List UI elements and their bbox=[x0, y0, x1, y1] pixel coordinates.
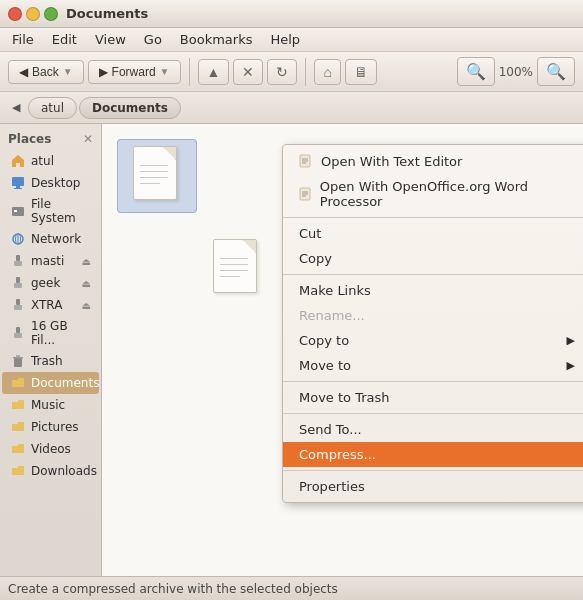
computer-button[interactable]: 🖥 bbox=[345, 59, 377, 85]
svg-rect-18 bbox=[16, 355, 20, 357]
breadcrumb: atul Documents bbox=[28, 97, 181, 119]
ctx-separator-sep1 bbox=[283, 217, 583, 218]
sidebar-item-pictures[interactable]: Pictures bbox=[2, 416, 99, 438]
titlebar: Documents bbox=[0, 0, 583, 28]
zoom-in-button[interactable]: 🔍 bbox=[537, 57, 575, 86]
sidebar-item-xtra[interactable]: XTRA ⏏ bbox=[2, 294, 99, 316]
svg-rect-3 bbox=[12, 207, 24, 216]
svg-rect-0 bbox=[12, 177, 24, 186]
sidebar-item-music[interactable]: Music bbox=[2, 394, 99, 416]
usb-masti-icon bbox=[10, 253, 26, 269]
home-icon: ⌂ bbox=[323, 64, 331, 80]
sidebar-label-geek: geek bbox=[31, 276, 60, 290]
menu-item-view[interactable]: View bbox=[87, 30, 134, 49]
ctx-label-copy-to: Copy to bbox=[299, 333, 349, 348]
menu-item-go[interactable]: Go bbox=[136, 30, 170, 49]
status-text: Create a compressed archive with the sel… bbox=[8, 582, 338, 596]
ctx-item-properties[interactable]: Properties bbox=[283, 474, 583, 499]
home-icon bbox=[10, 153, 26, 169]
sidebar-label-desktop: Desktop bbox=[31, 176, 81, 190]
ctx-separator-sep5 bbox=[283, 470, 583, 471]
forward-label: Forward bbox=[112, 65, 156, 79]
ctx-item-copy-to[interactable]: Copy to▶ bbox=[283, 328, 583, 353]
sidebar-label-music: Music bbox=[31, 398, 65, 412]
sidebar-item-16gb[interactable]: 16 GB Fil... bbox=[2, 316, 99, 350]
svg-rect-8 bbox=[16, 255, 20, 261]
up-icon: ▲ bbox=[207, 64, 221, 80]
file-area: Open With Text EditorOpen With OpenOffic… bbox=[102, 124, 583, 576]
desktop-icon bbox=[10, 175, 26, 191]
ctx-label-open-text: Open With Text Editor bbox=[321, 154, 462, 169]
reload-button[interactable]: ↻ bbox=[267, 59, 297, 85]
sidebar-item-downloads[interactable]: Downloads bbox=[2, 460, 99, 482]
ctx-label-make-links: Make Links bbox=[299, 283, 371, 298]
sidebar-item-trash[interactable]: Trash bbox=[2, 350, 99, 372]
close-button[interactable] bbox=[8, 7, 22, 21]
usb-xtra-icon bbox=[10, 297, 26, 313]
filesystem-icon bbox=[10, 203, 26, 219]
sidebar-item-geek[interactable]: geek ⏏ bbox=[2, 272, 99, 294]
sidebar-close-icon[interactable]: ✕ bbox=[83, 132, 93, 146]
file-icon-3 bbox=[213, 239, 261, 295]
eject-masti-icon[interactable]: ⏏ bbox=[82, 256, 91, 267]
sidebar-label-xtra: XTRA bbox=[31, 298, 62, 312]
ctx-item-copy[interactable]: Copy bbox=[283, 246, 583, 271]
maximize-button[interactable] bbox=[44, 7, 58, 21]
ctx-item-cut[interactable]: Cut bbox=[283, 221, 583, 246]
ctx-label-properties: Properties bbox=[299, 479, 365, 494]
ctx-item-open-text[interactable]: Open With Text Editor bbox=[283, 148, 583, 174]
sidebar-item-atul[interactable]: atul bbox=[2, 150, 99, 172]
menu-item-bookmarks[interactable]: Bookmarks bbox=[172, 30, 261, 49]
places-label: Places bbox=[8, 132, 51, 146]
eject-geek-icon[interactable]: ⏏ bbox=[82, 278, 91, 289]
minimize-button[interactable] bbox=[26, 7, 40, 21]
file-item-1[interactable] bbox=[117, 139, 197, 213]
ctx-arrow-move-to: ▶ bbox=[567, 359, 575, 372]
sidebar-item-masti[interactable]: masti ⏏ bbox=[2, 250, 99, 272]
menu-item-help[interactable]: Help bbox=[262, 30, 308, 49]
svg-rect-15 bbox=[14, 333, 22, 338]
menu-item-file[interactable]: File bbox=[4, 30, 42, 49]
svg-rect-14 bbox=[16, 327, 20, 333]
window-controls bbox=[8, 7, 58, 21]
ctx-item-make-links[interactable]: Make Links bbox=[283, 278, 583, 303]
menu-item-edit[interactable]: Edit bbox=[44, 30, 85, 49]
folder-documents-icon bbox=[10, 375, 26, 391]
ctx-item-open-oo[interactable]: Open With OpenOffice.org Word Processor bbox=[283, 174, 583, 214]
menubar: FileEditViewGoBookmarksHelp bbox=[0, 28, 583, 52]
sidebar-item-filesystem[interactable]: File System bbox=[2, 194, 99, 228]
breadcrumb-atul[interactable]: atul bbox=[28, 97, 77, 119]
breadcrumb-documents[interactable]: Documents bbox=[79, 97, 181, 119]
sidebar-label-downloads: Downloads bbox=[31, 464, 97, 478]
ctx-item-move-to[interactable]: Move to▶ bbox=[283, 353, 583, 378]
zoom-out-button[interactable]: 🔍 bbox=[457, 57, 495, 86]
ctx-label-move-to-trash: Move to Trash bbox=[299, 390, 390, 405]
forward-button[interactable]: ▶ Forward ▼ bbox=[88, 60, 181, 84]
ctx-item-compress[interactable]: Compress... bbox=[283, 442, 583, 467]
svg-rect-4 bbox=[14, 210, 17, 212]
sidebar-item-documents[interactable]: Documents bbox=[2, 372, 99, 394]
folder-music-icon bbox=[10, 397, 26, 413]
svg-rect-17 bbox=[13, 357, 23, 359]
main-area: Places ✕ atul Desktop File System bbox=[0, 124, 583, 576]
back-button[interactable]: ◀ Back ▼ bbox=[8, 60, 84, 84]
folder-pictures-icon bbox=[10, 419, 26, 435]
svg-rect-10 bbox=[16, 277, 20, 283]
eject-xtra-icon[interactable]: ⏏ bbox=[82, 300, 91, 311]
home-button[interactable]: ⌂ bbox=[314, 59, 340, 85]
ctx-item-send-to[interactable]: Send To... bbox=[283, 417, 583, 442]
ctx-icon-open-oo bbox=[299, 186, 314, 202]
forward-arrow-icon: ▶ bbox=[99, 65, 108, 79]
up-button[interactable]: ▲ bbox=[198, 59, 230, 85]
ctx-item-move-to-trash[interactable]: Move to Trash bbox=[283, 385, 583, 410]
file-item-3[interactable] bbox=[197, 233, 277, 305]
sidebar-item-videos[interactable]: Videos bbox=[2, 438, 99, 460]
folder-videos-icon bbox=[10, 441, 26, 457]
stop-button[interactable]: ✕ bbox=[233, 59, 263, 85]
statusbar: Create a compressed archive with the sel… bbox=[0, 576, 583, 600]
nav-back-button[interactable]: ◀ bbox=[8, 99, 24, 116]
toolbar: ◀ Back ▼ ▶ Forward ▼ ▲ ✕ ↻ ⌂ 🖥 🔍 100% 🔍 bbox=[0, 52, 583, 92]
ctx-label-send-to: Send To... bbox=[299, 422, 362, 437]
sidebar-item-desktop[interactable]: Desktop bbox=[2, 172, 99, 194]
sidebar-item-network[interactable]: Network bbox=[2, 228, 99, 250]
